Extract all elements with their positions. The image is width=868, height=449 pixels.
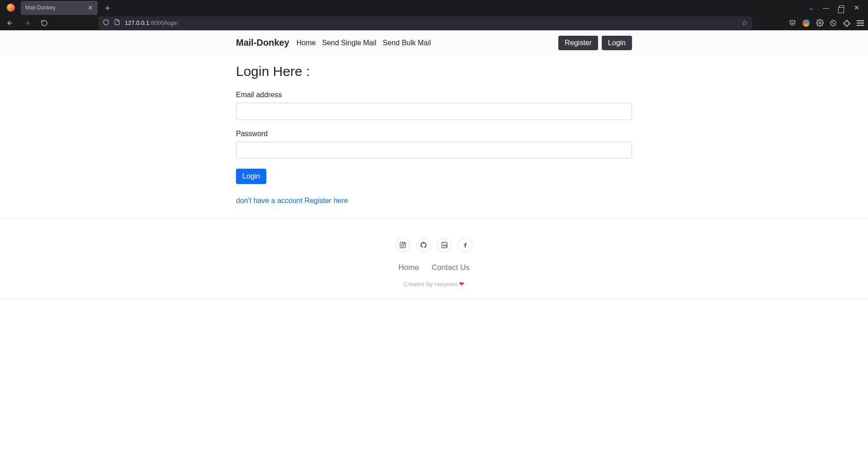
email-input[interactable] — [236, 103, 632, 120]
email-label: Email address — [236, 91, 632, 99]
nav-link-home[interactable]: Home — [297, 39, 316, 47]
footer-credit-text: Created By Harpreet — [404, 281, 459, 288]
firefox-icon — [7, 4, 15, 12]
toolbar-right — [788, 19, 864, 27]
pocket-icon[interactable] — [788, 19, 797, 27]
svg-point-6 — [404, 243, 405, 244]
reload-icon — [41, 19, 48, 27]
password-label: Password — [236, 130, 632, 138]
url-bar[interactable]: 127.0.0.1:8000/login ☆ — [98, 16, 752, 30]
svg-point-5 — [401, 244, 404, 246]
url-text: 127.0.0.1:8000/login — [125, 19, 737, 26]
firefox-menu-button[interactable] — [4, 1, 18, 14]
nav-reload-button[interactable] — [38, 17, 51, 29]
footer-credit: Created By Harpreet ❤ — [0, 280, 868, 288]
footer-link-contact[interactable]: Contact Us — [432, 263, 470, 272]
bookmark-star-icon[interactable]: ☆ — [741, 19, 748, 27]
register-button[interactable]: Register — [558, 36, 598, 50]
svg-point-9 — [443, 243, 444, 244]
social-facebook[interactable] — [458, 238, 472, 252]
nav-forward-button[interactable] — [21, 17, 33, 29]
browser-tab-active[interactable]: Mail-Donkey ✕ — [21, 1, 98, 15]
arrow-right-icon — [24, 19, 31, 27]
register-link[interactable]: don't have a account Register here — [236, 197, 348, 205]
svg-rect-8 — [443, 245, 444, 247]
app-navbar: Mail-Donkey Home Send Single Mail Send B… — [0, 30, 868, 56]
footer-link-home[interactable]: Home — [398, 263, 419, 272]
window-restore-icon[interactable] — [838, 5, 844, 11]
extension-generic-icon[interactable] — [816, 19, 824, 27]
tab-close-icon[interactable]: ✕ — [88, 4, 93, 11]
address-bar: 127.0.0.1:8000/login ☆ — [0, 15, 868, 30]
svg-point-1 — [830, 20, 836, 26]
social-github[interactable] — [416, 238, 431, 252]
extensions-puzzle-icon[interactable] — [843, 19, 851, 27]
facebook-icon — [462, 241, 469, 249]
svg-point-3 — [834, 23, 834, 24]
arrow-left-icon — [6, 19, 14, 27]
svg-point-0 — [819, 22, 821, 24]
app-menu-icon[interactable] — [856, 19, 864, 27]
site-info-icon[interactable] — [114, 19, 120, 27]
nav-link-send-bulk[interactable]: Send Bulk Mail — [383, 39, 431, 47]
main-container: Login Here : Email address Password Logi… — [236, 56, 632, 205]
linkedin-icon — [441, 241, 448, 249]
brand[interactable]: Mail-Donkey — [236, 38, 289, 48]
email-form-group: Email address — [236, 91, 632, 120]
heart-icon: ❤ — [459, 280, 464, 288]
new-tab-button[interactable]: ＋ — [101, 1, 114, 14]
page: Mail-Donkey Home Send Single Mail Send B… — [0, 30, 868, 321]
footer-links: Home Contact Us — [0, 263, 868, 272]
extension-cookie-icon[interactable] — [829, 19, 837, 27]
list-all-tabs-icon[interactable]: ⌄ — [809, 5, 814, 11]
tab-title: Mail-Donkey — [25, 5, 56, 11]
svg-point-2 — [832, 22, 832, 23]
instagram-icon — [399, 241, 406, 249]
password-form-group: Password — [236, 130, 632, 159]
window-controls: ⌄ — ✕ — [809, 5, 864, 11]
divider-bottom — [0, 298, 868, 299]
nav-link-send-single[interactable]: Send Single Mail — [322, 39, 377, 47]
nav-back-button[interactable] — [4, 17, 16, 29]
social-linkedin[interactable] — [437, 238, 452, 252]
window-minimize-icon[interactable]: — — [823, 5, 829, 11]
page-title: Login Here : — [236, 64, 632, 79]
github-icon — [420, 241, 427, 249]
nav-links: Home Send Single Mail Send Bulk Mail — [297, 39, 431, 47]
window-close-icon[interactable]: ✕ — [854, 5, 860, 11]
password-input[interactable] — [236, 142, 632, 159]
browser-chrome: Mail-Donkey ✕ ＋ ⌄ — ✕ — [0, 0, 868, 30]
footer: Home Contact Us Created By Harpreet ❤ — [0, 218, 868, 321]
social-instagram[interactable] — [396, 238, 410, 252]
login-submit-button[interactable]: Login — [236, 169, 266, 184]
extension-color-icon[interactable] — [802, 19, 810, 27]
tab-bar: Mail-Donkey ✕ ＋ ⌄ — ✕ — [0, 0, 868, 15]
login-nav-button[interactable]: Login — [602, 36, 632, 50]
nav-right: Register Login — [558, 36, 632, 50]
tracking-shield-icon[interactable] — [103, 19, 109, 27]
social-row — [0, 238, 868, 252]
